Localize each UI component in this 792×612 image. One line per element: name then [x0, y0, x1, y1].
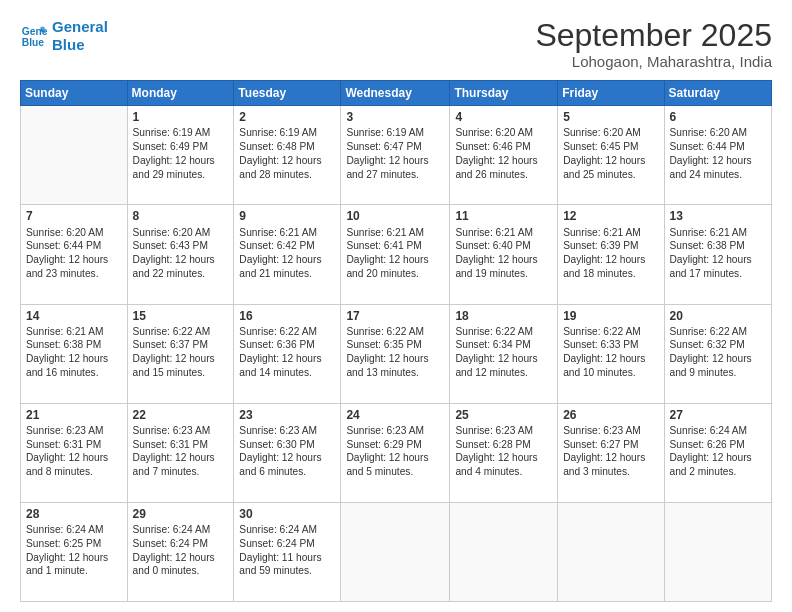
- calendar-cell: [21, 106, 128, 205]
- calendar-cell: 4Sunrise: 6:20 AM Sunset: 6:46 PM Daylig…: [450, 106, 558, 205]
- day-info: Sunrise: 6:23 AM Sunset: 6:31 PM Dayligh…: [133, 424, 229, 479]
- day-number: 30: [239, 506, 335, 522]
- day-number: 9: [239, 208, 335, 224]
- calendar-cell: 3Sunrise: 6:19 AM Sunset: 6:47 PM Daylig…: [341, 106, 450, 205]
- day-number: 21: [26, 407, 122, 423]
- day-info: Sunrise: 6:21 AM Sunset: 6:42 PM Dayligh…: [239, 226, 335, 281]
- day-number: 19: [563, 308, 658, 324]
- day-number: 16: [239, 308, 335, 324]
- day-number: 3: [346, 109, 444, 125]
- day-info: Sunrise: 6:19 AM Sunset: 6:49 PM Dayligh…: [133, 126, 229, 181]
- calendar-cell: 24Sunrise: 6:23 AM Sunset: 6:29 PM Dayli…: [341, 403, 450, 502]
- calendar-cell: 27Sunrise: 6:24 AM Sunset: 6:26 PM Dayli…: [664, 403, 771, 502]
- day-info: Sunrise: 6:24 AM Sunset: 6:24 PM Dayligh…: [133, 523, 229, 578]
- week-row-1: 1Sunrise: 6:19 AM Sunset: 6:49 PM Daylig…: [21, 106, 772, 205]
- day-info: Sunrise: 6:23 AM Sunset: 6:27 PM Dayligh…: [563, 424, 658, 479]
- day-info: Sunrise: 6:24 AM Sunset: 6:26 PM Dayligh…: [670, 424, 766, 479]
- day-number: 24: [346, 407, 444, 423]
- day-info: Sunrise: 6:20 AM Sunset: 6:46 PM Dayligh…: [455, 126, 552, 181]
- day-info: Sunrise: 6:23 AM Sunset: 6:31 PM Dayligh…: [26, 424, 122, 479]
- svg-text:Blue: Blue: [22, 37, 45, 48]
- day-info: Sunrise: 6:23 AM Sunset: 6:29 PM Dayligh…: [346, 424, 444, 479]
- day-info: Sunrise: 6:20 AM Sunset: 6:44 PM Dayligh…: [670, 126, 766, 181]
- calendar-cell: 6Sunrise: 6:20 AM Sunset: 6:44 PM Daylig…: [664, 106, 771, 205]
- calendar-cell: [341, 502, 450, 601]
- day-number: 26: [563, 407, 658, 423]
- calendar-cell: 23Sunrise: 6:23 AM Sunset: 6:30 PM Dayli…: [234, 403, 341, 502]
- week-row-5: 28Sunrise: 6:24 AM Sunset: 6:25 PM Dayli…: [21, 502, 772, 601]
- calendar-cell: 5Sunrise: 6:20 AM Sunset: 6:45 PM Daylig…: [558, 106, 664, 205]
- day-number: 7: [26, 208, 122, 224]
- day-number: 20: [670, 308, 766, 324]
- calendar-cell: 14Sunrise: 6:21 AM Sunset: 6:38 PM Dayli…: [21, 304, 128, 403]
- day-number: 28: [26, 506, 122, 522]
- col-header-friday: Friday: [558, 81, 664, 106]
- logo-text-general: General: [52, 18, 108, 36]
- day-info: Sunrise: 6:20 AM Sunset: 6:44 PM Dayligh…: [26, 226, 122, 281]
- calendar-cell: 13Sunrise: 6:21 AM Sunset: 6:38 PM Dayli…: [664, 205, 771, 304]
- day-info: Sunrise: 6:24 AM Sunset: 6:24 PM Dayligh…: [239, 523, 335, 578]
- calendar-cell: 10Sunrise: 6:21 AM Sunset: 6:41 PM Dayli…: [341, 205, 450, 304]
- day-info: Sunrise: 6:24 AM Sunset: 6:25 PM Dayligh…: [26, 523, 122, 578]
- col-header-wednesday: Wednesday: [341, 81, 450, 106]
- day-info: Sunrise: 6:20 AM Sunset: 6:45 PM Dayligh…: [563, 126, 658, 181]
- calendar-cell: [558, 502, 664, 601]
- calendar-subtitle: Lohogaon, Maharashtra, India: [535, 53, 772, 70]
- logo-text-blue: Blue: [52, 36, 108, 54]
- day-number: 11: [455, 208, 552, 224]
- calendar-cell: 25Sunrise: 6:23 AM Sunset: 6:28 PM Dayli…: [450, 403, 558, 502]
- day-number: 14: [26, 308, 122, 324]
- calendar-cell: 20Sunrise: 6:22 AM Sunset: 6:32 PM Dayli…: [664, 304, 771, 403]
- logo-icon: General Blue: [20, 22, 48, 50]
- calendar-cell: 7Sunrise: 6:20 AM Sunset: 6:44 PM Daylig…: [21, 205, 128, 304]
- calendar-cell: 21Sunrise: 6:23 AM Sunset: 6:31 PM Dayli…: [21, 403, 128, 502]
- calendar-cell: 30Sunrise: 6:24 AM Sunset: 6:24 PM Dayli…: [234, 502, 341, 601]
- day-info: Sunrise: 6:22 AM Sunset: 6:32 PM Dayligh…: [670, 325, 766, 380]
- calendar-cell: 28Sunrise: 6:24 AM Sunset: 6:25 PM Dayli…: [21, 502, 128, 601]
- day-number: 6: [670, 109, 766, 125]
- header: General Blue General Blue September 2025…: [20, 18, 772, 70]
- day-info: Sunrise: 6:23 AM Sunset: 6:30 PM Dayligh…: [239, 424, 335, 479]
- day-number: 23: [239, 407, 335, 423]
- day-info: Sunrise: 6:20 AM Sunset: 6:43 PM Dayligh…: [133, 226, 229, 281]
- calendar-cell: 15Sunrise: 6:22 AM Sunset: 6:37 PM Dayli…: [127, 304, 234, 403]
- col-header-saturday: Saturday: [664, 81, 771, 106]
- col-header-sunday: Sunday: [21, 81, 128, 106]
- day-number: 25: [455, 407, 552, 423]
- calendar-cell: 17Sunrise: 6:22 AM Sunset: 6:35 PM Dayli…: [341, 304, 450, 403]
- day-info: Sunrise: 6:21 AM Sunset: 6:40 PM Dayligh…: [455, 226, 552, 281]
- col-header-thursday: Thursday: [450, 81, 558, 106]
- day-number: 1: [133, 109, 229, 125]
- day-number: 8: [133, 208, 229, 224]
- day-number: 2: [239, 109, 335, 125]
- day-info: Sunrise: 6:23 AM Sunset: 6:28 PM Dayligh…: [455, 424, 552, 479]
- day-number: 22: [133, 407, 229, 423]
- title-block: September 2025 Lohogaon, Maharashtra, In…: [535, 18, 772, 70]
- calendar-cell: 1Sunrise: 6:19 AM Sunset: 6:49 PM Daylig…: [127, 106, 234, 205]
- col-header-tuesday: Tuesday: [234, 81, 341, 106]
- calendar-cell: 9Sunrise: 6:21 AM Sunset: 6:42 PM Daylig…: [234, 205, 341, 304]
- calendar-cell: 8Sunrise: 6:20 AM Sunset: 6:43 PM Daylig…: [127, 205, 234, 304]
- calendar-header-row: SundayMondayTuesdayWednesdayThursdayFrid…: [21, 81, 772, 106]
- day-info: Sunrise: 6:22 AM Sunset: 6:34 PM Dayligh…: [455, 325, 552, 380]
- day-number: 15: [133, 308, 229, 324]
- calendar-title: September 2025: [535, 18, 772, 53]
- day-info: Sunrise: 6:21 AM Sunset: 6:38 PM Dayligh…: [670, 226, 766, 281]
- day-info: Sunrise: 6:22 AM Sunset: 6:36 PM Dayligh…: [239, 325, 335, 380]
- calendar-cell: 22Sunrise: 6:23 AM Sunset: 6:31 PM Dayli…: [127, 403, 234, 502]
- logo: General Blue General Blue: [20, 18, 108, 54]
- calendar-table: SundayMondayTuesdayWednesdayThursdayFrid…: [20, 80, 772, 602]
- calendar-cell: [664, 502, 771, 601]
- calendar-cell: 11Sunrise: 6:21 AM Sunset: 6:40 PM Dayli…: [450, 205, 558, 304]
- day-info: Sunrise: 6:22 AM Sunset: 6:35 PM Dayligh…: [346, 325, 444, 380]
- day-info: Sunrise: 6:19 AM Sunset: 6:47 PM Dayligh…: [346, 126, 444, 181]
- day-number: 17: [346, 308, 444, 324]
- calendar-cell: 2Sunrise: 6:19 AM Sunset: 6:48 PM Daylig…: [234, 106, 341, 205]
- day-number: 27: [670, 407, 766, 423]
- day-number: 10: [346, 208, 444, 224]
- day-info: Sunrise: 6:21 AM Sunset: 6:38 PM Dayligh…: [26, 325, 122, 380]
- day-info: Sunrise: 6:19 AM Sunset: 6:48 PM Dayligh…: [239, 126, 335, 181]
- day-number: 12: [563, 208, 658, 224]
- week-row-3: 14Sunrise: 6:21 AM Sunset: 6:38 PM Dayli…: [21, 304, 772, 403]
- day-number: 29: [133, 506, 229, 522]
